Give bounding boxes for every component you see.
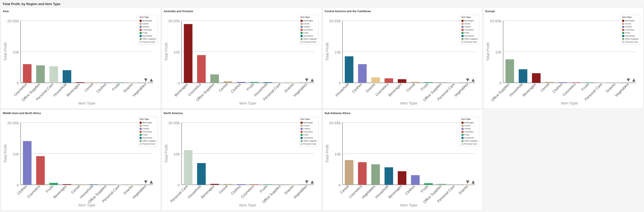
- bar-central-america-cosmetics: [384, 78, 393, 83]
- bar-middle-east-cosmetics: [36, 156, 45, 185]
- svg-text:Household: Household: [508, 82, 523, 97]
- legend-color-cereal: [461, 125, 464, 127]
- legend-color-household: [140, 35, 142, 37]
- bar-australia-beverages: [184, 24, 192, 83]
- legend-color-beverages: [140, 20, 142, 22]
- legend-color-household: [301, 137, 303, 139]
- page-title: Total Profit, by Region and Item Type: [0, 0, 644, 7]
- svg-text:Total Profit: Total Profit: [3, 42, 7, 61]
- sort-controls-sub-saharan: ▼▲: [465, 179, 476, 185]
- legend-item-beverages: Beverages: [301, 121, 317, 124]
- svg-text:Beverages: Beverages: [387, 184, 402, 199]
- chart-panel-sub-saharan: Sub-Saharan Africa010k20.65kTotal Profit…: [322, 109, 483, 211]
- svg-text:Snacks: Snacks: [365, 82, 376, 93]
- svg-text:Cereal: Cereal: [540, 82, 550, 93]
- legend-color-household: [461, 35, 464, 37]
- svg-text:10k: 10k: [13, 50, 19, 54]
- legend-item-beverages: Beverages: [140, 121, 156, 124]
- sort-desc-europe: ▼: [626, 77, 631, 83]
- chart-title-sub-saharan: Sub-Saharan Africa: [325, 112, 481, 115]
- svg-text:Cosmetics: Cosmetics: [562, 82, 576, 97]
- legend-color-beverages: [461, 122, 464, 124]
- svg-text:Snacks: Snacks: [283, 82, 294, 93]
- bar-sub-saharan-clothes: [411, 175, 420, 185]
- chart-body-north-america: 010k20.65kTotal ProfitPersonal CareHouse…: [164, 116, 320, 209]
- legend-color-personal-care: [140, 41, 142, 43]
- legend-label-cosmetics: Cosmetics: [625, 28, 634, 31]
- chart-svg-asia: 010k20.65kTotal ProfitCosmeticsOffice Su…: [3, 14, 159, 108]
- legend-label-household: Household: [142, 34, 152, 38]
- svg-text:Vegetables: Vegetables: [131, 82, 147, 98]
- svg-text:Snacks: Snacks: [283, 184, 294, 195]
- bar-central-america-snacks: [371, 77, 380, 83]
- legend-label-clothes: Clothes: [625, 25, 632, 28]
- legend-label-fruits: Fruits: [464, 133, 469, 136]
- svg-text:Vegetables: Vegetables: [292, 184, 308, 200]
- legend-label-office-supplies: Office Supplies: [303, 139, 317, 143]
- legend-label-household: Household: [303, 136, 313, 139]
- legend-title-australia: Item Type: [301, 16, 317, 19]
- svg-text:Beverages: Beverages: [66, 82, 81, 97]
- legend-item-fruits: Fruits: [301, 133, 317, 136]
- legend-item-personal-care: Personal Care: [301, 143, 317, 146]
- legend-item-household: Household: [461, 136, 478, 139]
- bar-asia-cosmetics: [23, 64, 31, 83]
- sort-asc-central-america: ▲: [470, 77, 476, 83]
- legend-item-personal-care: Personal Care: [461, 41, 478, 44]
- legend-label-household: Household: [303, 34, 313, 38]
- legend-item-fruits: Fruits: [461, 133, 478, 136]
- sort-controls-asia: ▼▲: [143, 77, 154, 83]
- legend-item-office-supplies: Office Supplies: [461, 139, 478, 143]
- legend-item-cosmetics: Cosmetics: [461, 28, 478, 31]
- bar-asia-office-supplies: [36, 65, 45, 83]
- legend-color-cosmetics: [301, 29, 303, 31]
- legend-item-household: Household: [140, 136, 156, 139]
- legend-color-personal-care: [301, 41, 303, 43]
- svg-text:Household: Household: [187, 184, 202, 199]
- legend-label-office-supplies: Office Supplies: [303, 38, 317, 41]
- sort-controls-europe: ▼▲: [626, 77, 637, 83]
- chart-title-asia: Asia: [3, 10, 159, 13]
- legend-item-office-supplies: Office Supplies: [140, 38, 156, 41]
- sort-asc-north-america: ▲: [309, 179, 315, 185]
- legend-color-cereal: [140, 23, 142, 25]
- legend-color-office-supplies: [140, 38, 142, 40]
- svg-text:20.65k: 20.65k: [168, 121, 180, 125]
- svg-text:Household: Household: [374, 184, 389, 199]
- legend-label-clothes: Clothes: [464, 127, 471, 130]
- legend-item-household: Household: [301, 136, 317, 139]
- legend-label-cereal: Cereal: [142, 22, 148, 25]
- legend-label-beverages: Beverages: [142, 19, 152, 22]
- legend-label-cosmetics: Cosmetics: [303, 28, 313, 31]
- legend-item-beverages: Beverages: [140, 19, 156, 22]
- svg-text:Total Profit: Total Profit: [325, 42, 329, 61]
- svg-text:Snacks: Snacks: [605, 82, 616, 93]
- legend-color-office-supplies: [301, 38, 303, 40]
- legend-middle-east: Item TypeBeveragesCerealClothesCosmetics…: [138, 117, 158, 147]
- legend-color-cereal: [301, 125, 303, 127]
- svg-text:20.65k: 20.65k: [7, 121, 19, 125]
- legend-color-beverages: [622, 20, 624, 22]
- svg-text:Cosmetics: Cosmetics: [374, 82, 389, 97]
- sort-asc-middle-east: ▲: [148, 179, 154, 185]
- legend-australia: Item TypeBeveragesCerealClothesCosmetics…: [299, 15, 319, 45]
- svg-text:Cereal: Cereal: [405, 82, 416, 93]
- legend-color-office-supplies: [461, 38, 464, 40]
- legend-label-cosmetics: Cosmetics: [303, 130, 313, 133]
- sort-desc-asia: ▼: [143, 77, 148, 83]
- legend-item-office-supplies: Office Supplies: [140, 139, 156, 143]
- legend-color-personal-care: [622, 41, 624, 43]
- legend-label-clothes: Clothes: [303, 127, 310, 130]
- svg-text:Total Profit: Total Profit: [164, 144, 168, 163]
- chart-title-north-america: North America: [164, 112, 320, 115]
- legend-label-cereal: Cereal: [142, 124, 148, 127]
- svg-text:Item Type: Item Type: [78, 203, 95, 207]
- legend-color-household: [301, 35, 303, 37]
- chart-body-europe: 010k20.65kTotal ProfitOffice SuppliesHou…: [485, 14, 641, 108]
- bar-europe-beverages: [532, 73, 541, 83]
- svg-text:20.65k: 20.65k: [7, 19, 19, 23]
- legend-item-cereal: Cereal: [461, 124, 478, 127]
- legend-label-personal-care: Personal Care: [303, 143, 316, 146]
- legend-color-clothes: [140, 128, 142, 130]
- legend-item-cosmetics: Cosmetics: [140, 130, 156, 133]
